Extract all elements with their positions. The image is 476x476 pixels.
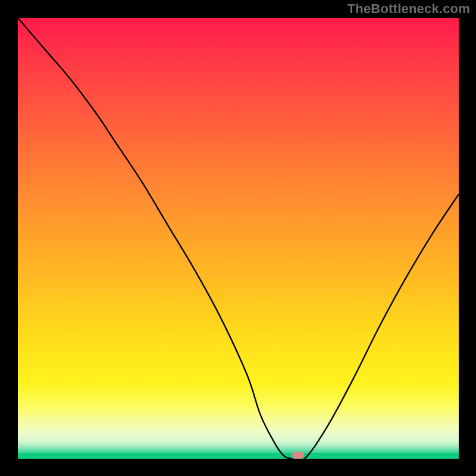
current-position-marker <box>292 452 304 459</box>
plot-area <box>18 18 459 459</box>
chart-frame: TheBottleneck.com <box>0 0 476 476</box>
bottleneck-curve <box>18 18 459 459</box>
watermark-text: TheBottleneck.com <box>347 1 470 17</box>
